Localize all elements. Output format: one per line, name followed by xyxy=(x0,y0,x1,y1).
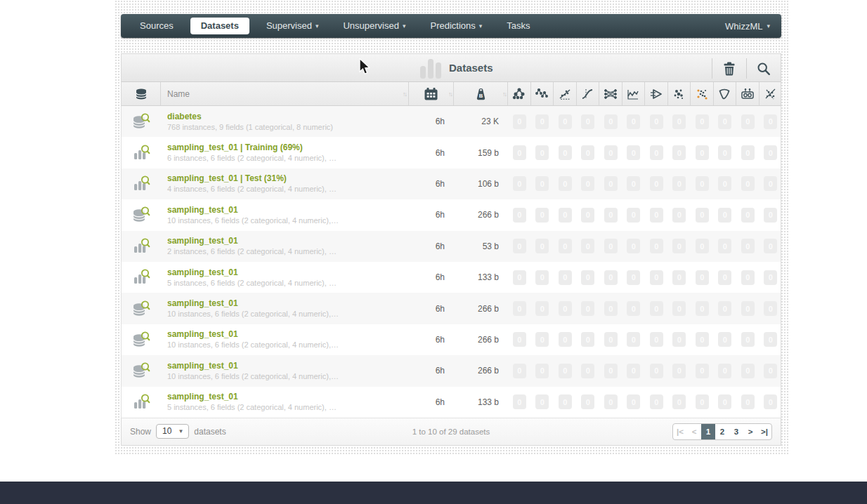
logistic-regression-count-badge: 0 xyxy=(581,176,594,191)
model-count-badge: 0 xyxy=(513,332,526,347)
table-row[interactable]: sampling_test_01 | Test (31%) 4 instance… xyxy=(122,168,781,199)
topic-model-column-header[interactable] xyxy=(736,82,760,105)
dataset-name-link[interactable]: sampling_test_01 xyxy=(167,329,409,340)
topic-model-icon xyxy=(741,87,755,101)
sort-arrows-icon[interactable]: ↑↓ xyxy=(448,91,452,98)
date-column-header[interactable]: ↑↓ xyxy=(409,82,454,105)
nav-item-supervised[interactable]: Supervised▾ xyxy=(259,18,327,34)
association-count-badge: 0 xyxy=(718,301,731,316)
fusion-column-header[interactable] xyxy=(645,82,668,105)
nav-item-sources[interactable]: Sources xyxy=(132,18,181,34)
anomaly-count-badge: 0 xyxy=(696,301,709,316)
dataset-details: 10 instances, 6 fields (2 categorical, 4… xyxy=(167,215,409,226)
dataset-name-link[interactable]: sampling_test_01 xyxy=(167,235,409,246)
dataset-size: 266 b xyxy=(454,210,508,220)
nav-item-predictions[interactable]: Predictions▾ xyxy=(423,18,490,34)
pca-count-badge: 0 xyxy=(764,208,777,223)
association-count-badge: 0 xyxy=(718,114,731,129)
pca-count-badge: 0 xyxy=(764,145,777,160)
page-button-3[interactable]: 3 xyxy=(729,424,743,439)
dataset-details: 5 instances, 6 fields (2 categorical, 4 … xyxy=(167,402,409,413)
linear-regression-count-badge: 0 xyxy=(559,364,572,378)
nav-item-whizzml[interactable]: WhizzML ▾ xyxy=(725,21,770,32)
nav-item-unsupervised[interactable]: Unsupervised▾ xyxy=(335,18,413,34)
name-column-header[interactable]: Name ↑↓ xyxy=(161,82,409,105)
model-count-badge: 0 xyxy=(513,114,526,129)
association-column-header[interactable] xyxy=(714,82,737,105)
table-row[interactable]: sampling_test_01 10 instances, 6 fields … xyxy=(122,355,781,386)
table-row[interactable]: diabetes 768 instances, 9 fields (1 cate… xyxy=(122,106,781,137)
deepnet-count-badge: 0 xyxy=(604,270,618,285)
top-navbar: SourcesDatasetsSupervised▾Unsupervised▾P… xyxy=(121,14,781,38)
sort-arrows-icon[interactable]: ↑↓ xyxy=(502,91,506,98)
model-count-badge: 0 xyxy=(513,239,526,253)
dataset-name-link[interactable]: sampling_test_01 xyxy=(167,360,409,371)
linear-regression-count-badge: 0 xyxy=(559,270,572,285)
anomaly-count-badge: 0 xyxy=(696,332,709,347)
table-row[interactable]: sampling_test_01 10 instances, 6 fields … xyxy=(122,324,781,355)
dataset-name-link[interactable]: sampling_test_01 xyxy=(167,298,409,309)
timeseries-column-header[interactable] xyxy=(622,82,646,105)
deepnet-column-header[interactable] xyxy=(599,82,622,105)
nav-item-datasets[interactable]: Datasets xyxy=(190,18,249,34)
timeseries-count-badge: 0 xyxy=(627,114,640,129)
pca-count-badge: 0 xyxy=(764,332,777,347)
anomaly-column-header[interactable] xyxy=(691,82,714,105)
table-row[interactable]: sampling_test_01 10 instances, 6 fields … xyxy=(122,293,781,324)
topic-model-count-badge: 0 xyxy=(741,239,755,253)
dataset-name-link[interactable]: diabetes xyxy=(167,111,409,122)
anomaly-count-badge: 0 xyxy=(696,364,709,378)
prev-page-button[interactable]: < xyxy=(687,424,701,439)
panel-header: Datasets xyxy=(121,53,781,82)
anomaly-icon xyxy=(695,87,709,101)
table-row[interactable]: sampling_test_01 5 instances, 6 fields (… xyxy=(122,387,781,418)
cluster-count-badge: 0 xyxy=(672,239,686,253)
anomaly-count-badge: 0 xyxy=(696,145,709,160)
page-button-1[interactable]: 1 xyxy=(701,424,715,439)
linear-regression-column-header[interactable] xyxy=(554,82,577,105)
deepnet-count-badge: 0 xyxy=(604,208,618,223)
cluster-column-header[interactable] xyxy=(668,82,691,105)
table-row[interactable]: sampling_test_01 10 instances, 6 fields … xyxy=(122,199,781,230)
model-column-header[interactable] xyxy=(508,82,531,105)
table-row[interactable]: sampling_test_01 5 instances, 6 fields (… xyxy=(122,262,781,293)
resource-count-badges: 000000000000 xyxy=(508,208,782,223)
pca-column-header[interactable] xyxy=(760,82,783,105)
search-datasets-button[interactable] xyxy=(746,58,781,79)
ensemble-count-badge: 0 xyxy=(535,239,549,253)
dataset-name-link[interactable]: sampling_test_01 | Training (69%) xyxy=(167,142,409,153)
sort-arrows-icon[interactable]: ↑↓ xyxy=(403,91,406,98)
ensemble-count-badge: 0 xyxy=(535,114,549,129)
dataset-sample-icon xyxy=(132,144,150,162)
dataset-name-link[interactable]: sampling_test_01 xyxy=(167,267,409,278)
ensemble-icon xyxy=(535,87,549,101)
ensemble-column-header[interactable] xyxy=(531,82,554,105)
cluster-count-badge: 0 xyxy=(672,208,686,223)
model-count-badge: 0 xyxy=(513,394,526,409)
next-page-button[interactable]: > xyxy=(743,424,757,439)
size-column-header[interactable]: B ↑↓ xyxy=(454,82,508,105)
association-count-badge: 0 xyxy=(718,239,731,253)
first-page-button[interactable]: |< xyxy=(673,424,687,439)
dataset-age: 6h xyxy=(409,241,454,251)
table-row[interactable]: sampling_test_01 2 instances, 6 fields (… xyxy=(122,231,781,262)
table-row[interactable]: sampling_test_01 | Training (69%) 6 inst… xyxy=(122,137,781,168)
chevron-down-icon: ▾ xyxy=(479,22,483,29)
page-button-2[interactable]: 2 xyxy=(715,424,729,439)
dataset-name-link[interactable]: sampling_test_01 | Test (31%) xyxy=(167,173,409,184)
dataset-name-link[interactable]: sampling_test_01 xyxy=(167,391,409,402)
nav-item-tasks[interactable]: Tasks xyxy=(499,18,537,34)
chevron-down-icon: ▼ xyxy=(178,428,183,435)
pca-count-badge: 0 xyxy=(764,270,777,285)
dataset-name-link[interactable]: sampling_test_01 xyxy=(167,204,409,215)
page-size-select[interactable]: 10 ▼ xyxy=(156,424,189,439)
logistic-regression-column-header[interactable] xyxy=(577,82,600,105)
deepnet-count-badge: 0 xyxy=(604,145,618,160)
ensemble-count-badge: 0 xyxy=(535,145,549,160)
last-page-button[interactable]: >| xyxy=(757,424,771,439)
dataset-size: 106 b xyxy=(454,179,508,189)
bottom-bar xyxy=(0,482,867,504)
delete-datasets-button[interactable] xyxy=(712,58,746,79)
chevron-down-icon: ▾ xyxy=(767,22,770,29)
cluster-count-badge: 0 xyxy=(672,301,686,316)
